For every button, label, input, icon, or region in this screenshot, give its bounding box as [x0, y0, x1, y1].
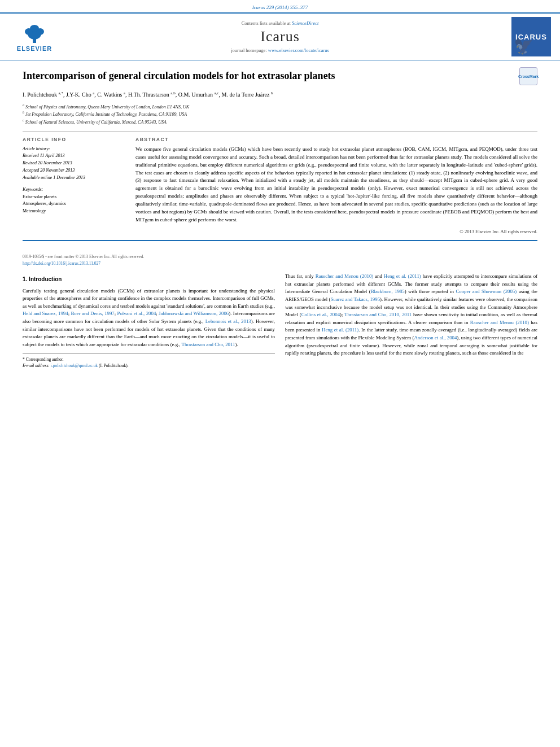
svg-point-4: [30, 25, 39, 32]
sciencedirect-link[interactable]: ScienceDirect: [292, 20, 318, 26]
received-date: Received 11 April 2013: [23, 153, 65, 158]
footer-copyright: 0019-1035/$ - see front matter © 2013 El…: [23, 254, 144, 259]
affiliations: a School of Physics and Astronomy, Queen…: [23, 103, 537, 126]
ref-cooper-showman[interactable]: Cooper and Showman (2005): [456, 289, 517, 294]
bottom-divider: [23, 240, 537, 241]
footer-info: 0019-1035/$ - see front matter © 2013 El…: [0, 254, 560, 267]
journal-header: ELSEVIER Contents lists available at Sci…: [0, 12, 560, 60]
ref-blackburn[interactable]: Blackburn, 1985: [371, 289, 405, 294]
body-col-right: Thus far, only Rauscher and Menou (2010)…: [285, 273, 537, 369]
ref-rauscher-menou-2010[interactable]: Rauscher and Menou (2010): [316, 273, 374, 279]
abstract-text: We compare five general circulation mode…: [135, 146, 537, 224]
article-history: Article history: Received 11 April 2013 …: [23, 146, 124, 182]
elsevier-wordmark: ELSEVIER: [17, 45, 52, 52]
body-col-left: 1. Introduction Carefully testing genera…: [23, 273, 275, 369]
ref-collins[interactable]: Collins et al., 2004: [301, 312, 340, 317]
affiliation-a: a School of Physics and Astronomy, Queen…: [23, 103, 537, 111]
intro-para-1: Carefully testing general circulation mo…: [23, 287, 275, 349]
article-info-label: ARTICLE INFO: [23, 137, 124, 142]
copyright: © 2013 Elsevier Inc. All rights reserved…: [135, 229, 537, 234]
journal-title-area: Contents lists available at ScienceDirec…: [60, 20, 500, 53]
ref-suarez-takacs[interactable]: Suarez and Takacs, 1995: [330, 296, 380, 302]
affiliation-c: c School of Natural Sciences, University…: [23, 118, 537, 126]
ref-rauscher-menou-2010b[interactable]: Rauscher and Menou (2010): [470, 320, 529, 325]
article-info-column: ARTICLE INFO Article history: Received 1…: [23, 137, 124, 234]
ref-thrastarson-cho[interactable]: Thrastarson and Cho, 2011: [182, 342, 235, 347]
history-label: Article history:: [23, 146, 50, 151]
ref-lebonnois[interactable]: Lebonnois et al., 2013: [205, 318, 251, 324]
crossmark-badge[interactable]: CrossMark: [519, 67, 537, 85]
article-info-abstract: ARTICLE INFO Article history: Received 1…: [23, 137, 537, 234]
abstract-column: ABSTRACT We compare five general circula…: [135, 137, 537, 234]
keywords-section: Keywords: Extra-solar planets Atmosphere…: [23, 186, 124, 215]
keywords-list: Extra-solar planets Atmospheres, dynamic…: [23, 194, 124, 215]
elsevier-logo-area: ELSEVIER: [9, 21, 60, 52]
icarus-logo-area: 🦅 ICARUS: [500, 17, 551, 56]
keyword-2: Atmospheres, dynamics: [23, 200, 124, 208]
affiliation-b: b Jet Propulsion Laboratory, California …: [23, 110, 537, 118]
journal-homepage: journal homepage: www.elsevier.com/locat…: [231, 47, 329, 53]
ref-jablonowski[interactable]: Jablonowski and Williamson, 2006: [159, 311, 229, 316]
sciencedirect-line: Contents lists available at ScienceDirec…: [242, 20, 319, 26]
ref-boer-denis[interactable]: Boer and Denis, 1997: [71, 311, 115, 316]
divider-1: [23, 132, 537, 132]
revised-date: Revised 20 November 2013: [23, 160, 72, 165]
article-title: Intercomparison of general circulation m…: [23, 67, 515, 82]
ref-heng-2011[interactable]: Heng et al. (2011): [384, 273, 421, 279]
authors-line: I. Polichtchouk a,*, J.Y-K. Cho a, C. Wa…: [23, 90, 537, 99]
footnote-corresponding: * Corresponding author.: [23, 356, 275, 362]
footnote-section: * Corresponding author. E-mail address: …: [23, 353, 275, 369]
ref-anderson[interactable]: Anderson et al., 2004: [414, 335, 457, 340]
footer-doi-link[interactable]: http://dx.doi.org/10.1016/j.icarus.2013.…: [23, 261, 100, 266]
ref-held-suarez[interactable]: Held and Suarez, 1994: [23, 311, 68, 316]
intro-col2-para-1: Thus far, only Rauscher and Menou (2010)…: [285, 273, 537, 357]
keywords-label: Keywords:: [23, 186, 124, 192]
accepted-date: Accepted 20 November 2013: [23, 168, 75, 173]
footnote-email: E-mail address: i.polichtchouk@qmul.ac.u…: [23, 362, 275, 369]
ref-thrastarson-cho-2010[interactable]: Thrastarson and Cho, 2010, 2011: [344, 312, 412, 317]
body-content: 1. Introduction Carefully testing genera…: [0, 273, 560, 369]
email-link[interactable]: i.polichtchouk@qmul.ac.uk: [51, 363, 98, 368]
homepage-link[interactable]: www.elsevier.com/locate/icarus: [268, 47, 329, 53]
journal-title: Icarus: [260, 28, 300, 45]
elsevier-logo: ELSEVIER: [17, 21, 52, 52]
intro-heading: 1. Introduction: [23, 275, 275, 284]
icarus-logo-text: ICARUS: [515, 33, 547, 41]
abstract-label: ABSTRACT: [135, 137, 537, 142]
keyword-3: Meteorology: [23, 208, 124, 215]
article-content: Intercomparison of general circulation m…: [0, 60, 560, 254]
keyword-1: Extra-solar planets: [23, 194, 124, 201]
ref-heng-2011b[interactable]: Heng et al. (2011): [322, 327, 358, 333]
icarus-logo: 🦅 ICARUS: [511, 17, 551, 56]
elsevier-tree-icon: [20, 21, 49, 44]
ref-polvani[interactable]: Polvani et al., 2004: [117, 311, 156, 316]
journal-reference: Icarus 229 (2014) 355–377: [0, 0, 560, 12]
available-online-date: Available online 1 December 2013: [23, 175, 85, 180]
